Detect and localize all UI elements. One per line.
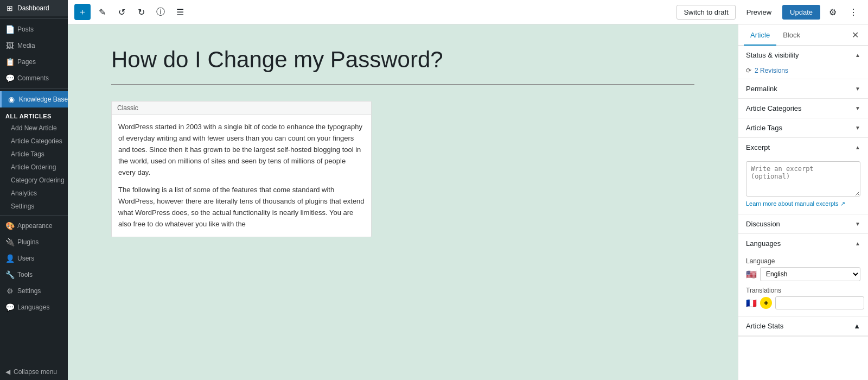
excerpt-chevron: ▲ (855, 144, 860, 150)
article-title: How do I Change my Password? (111, 46, 694, 73)
classic-block-header: Classic (112, 102, 371, 115)
sidebar-article-categories-label: Article Categories (11, 137, 62, 145)
revisions-label[interactable]: 2 Revisions (755, 67, 788, 74)
status-visibility-label: Status & visibility (746, 51, 799, 59)
discussion-header[interactable]: Discussion ▼ (738, 214, 868, 233)
sidebar-media-label: Media (17, 42, 35, 49)
sidebar-item-languages[interactable]: 💬 Languages (0, 299, 68, 315)
language-select[interactable]: English (760, 267, 860, 281)
permalink-header[interactable]: Permalink ▼ (738, 79, 868, 98)
permalink-label: Permalink (746, 85, 777, 93)
switch-to-draft-button[interactable]: Switch to draft (676, 5, 735, 20)
sidebar-sub-analytics[interactable]: Analytics (0, 187, 68, 200)
sidebar-item-plugins[interactable]: 🔌 Plugins (0, 234, 68, 250)
sidebar-settings-kb-label: Settings (11, 202, 34, 210)
sidebar-posts-label: Posts (17, 26, 34, 33)
sidebar-sub-article-ordering[interactable]: Article Ordering (0, 161, 68, 174)
classic-block-body[interactable]: WordPress started in 2003 with a single … (112, 115, 371, 236)
comments-icon: 💬 (5, 74, 14, 83)
languages-panel-label: Languages (746, 239, 781, 248)
language-field-label: Language (746, 257, 860, 265)
sidebar-item-tools[interactable]: 🔧 Tools (0, 267, 68, 283)
classic-block[interactable]: Classic WordPress started in 2003 with a… (111, 101, 372, 237)
sidebar-dashboard-label: Dashboard (17, 4, 49, 12)
tab-block[interactable]: Block (776, 24, 807, 46)
sidebar-item-pages[interactable]: 📋 Pages (0, 54, 68, 70)
sidebar-tools-label: Tools (17, 271, 33, 278)
status-visibility-header[interactable]: Status & visibility ▲ (738, 46, 868, 65)
permalink-section: Permalink ▼ (738, 79, 868, 99)
undo-button[interactable]: ↺ (113, 4, 130, 20)
sidebar-item-appearance[interactable]: 🎨 Appearance (0, 218, 68, 234)
excerpt-body: Learn more about manual excerpts ↗ (738, 157, 868, 214)
languages-icon: 💬 (5, 303, 14, 312)
sidebar: ⊞ Dashboard 📄 Posts 🖼 Media 📋 Pages 💬 Co… (0, 0, 68, 380)
us-flag-icon: 🇺🇸 (746, 269, 757, 280)
sidebar-item-settings[interactable]: ⚙ Settings (0, 283, 68, 299)
fr-flag-icon: 🇫🇷 (746, 298, 757, 308)
sidebar-knowledge-base-label: Knowledge Base (19, 96, 68, 103)
article-tags-panel-label: Article Tags (746, 124, 782, 132)
translation-input[interactable] (775, 296, 864, 309)
pages-icon: 📋 (5, 58, 14, 66)
collapse-menu[interactable]: ◀ Collapse menu (0, 364, 68, 380)
languages-header[interactable]: Languages ▲ (738, 234, 868, 253)
edit-button[interactable]: ✎ (94, 4, 110, 20)
sidebar-sub-add-new[interactable]: Add New Article (0, 122, 68, 135)
translation-row: 🇫🇷 + (746, 296, 860, 309)
sidebar-item-dashboard[interactable]: ⊞ Dashboard (0, 0, 68, 16)
sidebar-article-tags-label: Article Tags (11, 150, 44, 158)
tab-article[interactable]: Article (744, 24, 776, 46)
translation-add-button[interactable]: + (760, 297, 772, 309)
more-options-button[interactable]: ⋮ (845, 4, 861, 20)
revisions-row: ⟳ 2 Revisions (738, 65, 868, 79)
languages-section: Languages ▲ Language 🇺🇸 English Translat… (738, 234, 868, 316)
sidebar-section-label: All Articles (0, 107, 68, 122)
article-stats-header[interactable]: Article Stats ▲ (738, 316, 868, 336)
language-row: 🇺🇸 English (746, 267, 860, 281)
sidebar-analytics-label: Analytics (11, 189, 37, 197)
sidebar-item-users[interactable]: 👤 Users (0, 250, 68, 267)
panel-settings-button[interactable]: ⚙ (825, 4, 841, 20)
revisions-icon: ⟳ (746, 67, 751, 74)
preview-button[interactable]: Preview (740, 5, 778, 19)
article-tags-header[interactable]: Article Tags ▼ (738, 118, 868, 137)
collapse-icon: ◀ (5, 368, 10, 376)
article-tags-section: Article Tags ▼ (738, 118, 868, 138)
sidebar-sub-article-tags[interactable]: Article Tags (0, 148, 68, 161)
tools-icon: 🔧 (5, 270, 14, 279)
article-stats-chevron: ▲ (853, 322, 860, 330)
excerpt-link[interactable]: Learn more about manual excerpts ↗ (746, 200, 860, 207)
redo-button[interactable]: ↻ (133, 4, 149, 20)
excerpt-textarea[interactable] (746, 161, 860, 197)
article-categories-chevron: ▼ (855, 105, 860, 111)
article-categories-panel-label: Article Categories (746, 104, 802, 112)
article-paragraph-2: The following is a list of some of the f… (118, 185, 365, 230)
sidebar-item-comments[interactable]: 💬 Comments (0, 70, 68, 86)
status-visibility-section: Status & visibility ▲ ⟳ 2 Revisions (738, 46, 868, 79)
languages-body: Language 🇺🇸 English Translations 🇫🇷 + (738, 253, 868, 316)
toolbar-right: Switch to draft Preview Update ⚙ ⋮ (676, 4, 861, 20)
editor-area[interactable]: How do I Change my Password? Classic Wor… (68, 24, 738, 380)
sidebar-languages-label: Languages (17, 303, 49, 311)
article-paragraph-1: WordPress started in 2003 with a single … (118, 122, 365, 178)
add-block-button[interactable]: ＋ (74, 4, 91, 20)
update-button[interactable]: Update (782, 5, 820, 20)
list-view-button[interactable]: ☰ (172, 4, 188, 20)
sidebar-item-media[interactable]: 🖼 Media (0, 37, 68, 54)
sidebar-comments-label: Comments (17, 74, 49, 82)
dashboard-icon: ⊞ (5, 4, 14, 12)
sidebar-category-ordering-label: Category Ordering (11, 176, 65, 184)
sidebar-item-knowledge-base[interactable]: ◉ Knowledge Base (0, 91, 68, 107)
sidebar-plugins-label: Plugins (17, 238, 39, 246)
plugins-icon: 🔌 (5, 238, 14, 246)
sidebar-sub-article-categories[interactable]: Article Categories (0, 135, 68, 148)
sidebar-sub-category-ordering[interactable]: Category Ordering (0, 174, 68, 187)
info-button[interactable]: ⓘ (152, 4, 169, 20)
sidebar-item-posts[interactable]: 📄 Posts (0, 21, 68, 37)
close-panel-button[interactable]: ✕ (847, 27, 863, 42)
sidebar-sub-settings-kb[interactable]: Settings (0, 200, 68, 213)
article-stats-section: Article Stats ▲ (738, 316, 868, 337)
excerpt-header[interactable]: Excerpt ▲ (738, 138, 868, 157)
article-categories-header[interactable]: Article Categories ▼ (738, 99, 868, 118)
